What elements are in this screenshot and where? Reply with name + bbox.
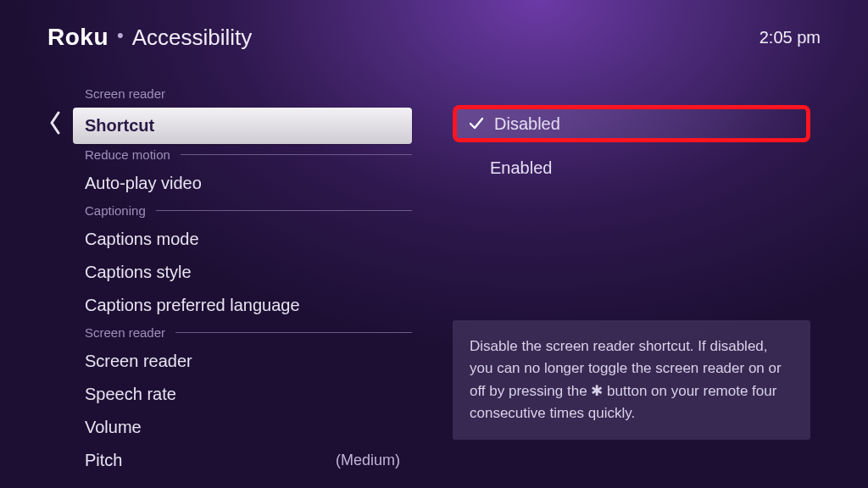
option-label: Enabled: [490, 158, 552, 178]
menu-item-label: Screen reader: [85, 352, 192, 371]
menu-item-label: Captions preferred language: [85, 296, 300, 315]
menu-item-shortcut[interactable]: Shortcut: [73, 108, 412, 144]
menu-item-autoplay-video[interactable]: Auto-play video: [73, 167, 412, 200]
clock: 2:05 pm: [760, 28, 821, 47]
menu-item-label: Volume: [85, 418, 142, 437]
menu-item-volume[interactable]: Volume: [73, 411, 412, 444]
menu-item-pitch[interactable]: Pitch (Medium): [73, 444, 412, 477]
menu-item-speech-rate[interactable]: Speech rate: [73, 378, 412, 411]
menu-item-captions-style[interactable]: Captions style: [73, 256, 412, 289]
back-button[interactable]: [46, 110, 64, 136]
option-label: Disabled: [494, 114, 560, 134]
menu-item-label: Speech rate: [85, 385, 176, 404]
help-text: Disable the screen reader shortcut. If d…: [453, 320, 810, 440]
star-icon: ✱: [591, 383, 603, 399]
breadcrumb: Accessibility: [132, 25, 253, 51]
brand-logo: Roku: [47, 24, 108, 51]
section-header-captioning: Captioning: [85, 203, 412, 218]
menu-item-captions-mode[interactable]: Captions mode: [73, 223, 412, 256]
breadcrumb-separator: •: [117, 25, 124, 47]
option-disabled[interactable]: Disabled: [453, 105, 810, 142]
menu-item-label: Shortcut: [85, 116, 154, 136]
menu-item-label: Pitch: [85, 451, 122, 470]
menu-item-value: (Medium): [336, 452, 400, 469]
check-icon: [467, 116, 486, 131]
menu-item-label: Captions style: [85, 263, 192, 282]
menu-item-label: Captions mode: [85, 230, 199, 249]
menu-item-label: Auto-play video: [85, 174, 202, 193]
section-header-reduce-motion: Reduce motion: [85, 147, 412, 162]
menu-item-screen-reader[interactable]: Screen reader: [73, 345, 412, 378]
menu-item-captions-language[interactable]: Captions preferred language: [73, 289, 412, 322]
chevron-left-icon: [48, 111, 62, 135]
option-enabled[interactable]: Enabled: [453, 149, 810, 186]
section-header-screen-reader: Screen reader: [85, 325, 412, 340]
section-label-top: Screen reader: [85, 86, 412, 101]
